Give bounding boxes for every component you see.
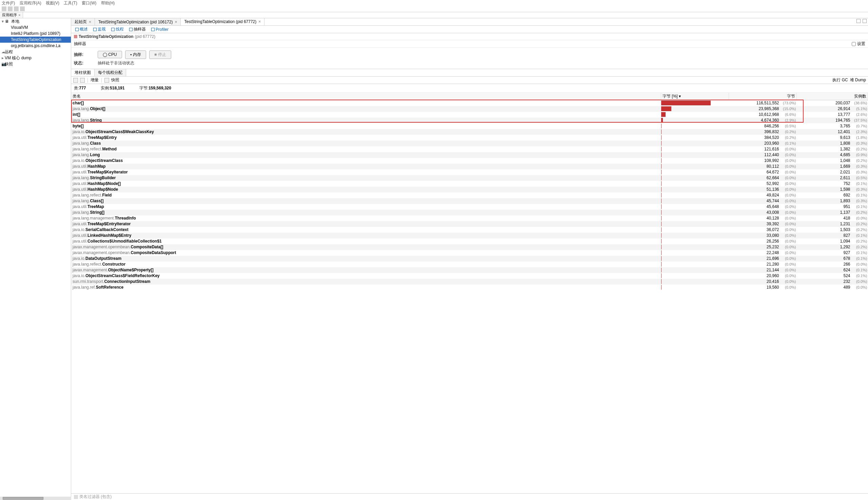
table-row[interactable]: javax.management.ObjectName$Property[]21… — [71, 267, 868, 273]
filter-bar[interactable]: 类名过滤器 (包含) — [71, 493, 868, 500]
table-row[interactable]: java.io.ObjectStreamClass$FieldReflector… — [71, 273, 868, 279]
table-row[interactable]: java.util.HashMap$Node[]52,992(0.0%)752(… — [71, 181, 868, 187]
table-row[interactable]: java.util.TreeMap$Entry384,520(0.2%)9,61… — [71, 135, 868, 140]
sampler-icon — [129, 28, 133, 31]
pause-icon[interactable] — [80, 78, 85, 83]
table-row[interactable]: java.io.SerialCallbackContext36,072(0.0%… — [71, 227, 868, 233]
table-row[interactable]: java.io.ObjectStreamClass108,992(0.0%)1,… — [71, 158, 868, 163]
tree-visualvm[interactable]: VisualVM — [0, 24, 71, 31]
table-row[interactable]: int[]10,612,968(6.6%)13,777(2.6%) — [71, 112, 868, 117]
tab-process-67772[interactable]: TestStringTableOptimization (pid 67772)× — [181, 18, 265, 25]
menu-help[interactable]: 帮助(H) — [101, 1, 115, 5]
bytes-pct-bar — [661, 135, 729, 140]
subnav-profiler[interactable]: Profiler — [149, 27, 170, 32]
close-icon[interactable]: × — [175, 20, 177, 24]
tab-startpage[interactable]: 起始页× — [71, 18, 95, 25]
toolbar-icon[interactable] — [20, 7, 25, 11]
workspace: ▾🖥 本地 VisualVM IntelliJ Platform (pid 10… — [0, 18, 868, 500]
table-row[interactable]: java.lang.reflect.Method121,616(0.0%)1,3… — [71, 146, 868, 152]
subnav-threads[interactable]: 线程 — [109, 26, 126, 33]
delta-button[interactable]: 增量 — [90, 77, 99, 83]
toolbar-icon[interactable] — [8, 7, 13, 11]
cpu-button[interactable]: ◯ CPU — [98, 51, 122, 58]
table-row[interactable]: java.lang.Class[]45,744(0.0%)1,893(0.3%) — [71, 198, 868, 204]
table-row[interactable]: sun.rmi.transport.ConnectionInputStream2… — [71, 279, 868, 285]
tree-local[interactable]: ▾🖥 本地 — [0, 18, 71, 24]
table-row[interactable]: java.lang.Long112,440(0.0%)4,685(0.9%) — [71, 152, 868, 158]
table-row[interactable]: java.lang.Object[]23,985,368(15.0%)26,91… — [71, 106, 868, 112]
table-row[interactable]: java.util.TreeMap$EntryIterator39,392(0.… — [71, 221, 868, 227]
min-icon[interactable] — [856, 19, 860, 23]
table-row[interactable]: java.lang.StringBuilder62,664(0.0%)2,611… — [71, 175, 868, 181]
tree-remote[interactable]: ☁远程 — [0, 49, 71, 55]
close-icon[interactable]: × — [89, 20, 91, 24]
bytes-cell: 51,136(0.0%) — [729, 187, 797, 192]
table-row[interactable]: java.lang.Class203,960(0.1%)1,808(0.3%) — [71, 140, 868, 146]
table-row[interactable]: java.util.HashMap$Node51,136(0.0%)1,598(… — [71, 187, 868, 192]
heapdump-button[interactable]: 堆 Dump — [850, 77, 866, 83]
table-row[interactable]: java.lang.String[]43,008(0.0%)1,137(0.2%… — [71, 210, 868, 215]
table-row[interactable]: javax.management.openmbean.CompositeData… — [71, 250, 868, 256]
instances-cell: 2,611(0.5%) — [797, 175, 868, 181]
gc-button[interactable]: 执行 GC — [832, 77, 848, 83]
tree-snapshots[interactable]: 📷快照 — [0, 61, 71, 67]
settings-checkbox[interactable]: 设置 — [852, 41, 865, 47]
table-row[interactable]: java.lang.String4,674,360(2.9%)194,765(3… — [71, 117, 868, 123]
col-bytes[interactable]: 字节 — [729, 93, 797, 100]
bytes-cell: 10,612,968(6.6%) — [729, 112, 797, 117]
app-tab-label: 应用程序 — [2, 12, 17, 18]
table-row[interactable]: byte[]846,256(0.5%)3,765(0.7%) — [71, 123, 868, 129]
table-row[interactable]: java.util.LinkedHashMap$Entry33,080(0.0%… — [71, 233, 868, 238]
menu-tools[interactable]: 工具(T) — [64, 1, 77, 5]
table-row[interactable]: java.util.Collections$UnmodifiableCollec… — [71, 238, 868, 244]
histogram-table-wrap[interactable]: 类名 字节 [%] ▾ 字节 实例数 char[]116,511,552(73.… — [71, 93, 868, 493]
bytes-cell: 846,256(0.5%) — [729, 123, 797, 129]
app-tab-applications[interactable]: 应用程序 × — [0, 12, 23, 18]
table-row[interactable]: java.lang.reflect.Field49,824(0.0%)692(0… — [71, 192, 868, 198]
table-row[interactable]: java.lang.management.ThreadInfo40,128(0.… — [71, 215, 868, 221]
memory-button[interactable]: ▪ 内存 — [125, 50, 146, 59]
bytes-pct-bar — [661, 204, 729, 210]
max-icon[interactable] — [863, 19, 867, 23]
table-row[interactable]: java.lang.reflect.Constructor21,280(0.0%… — [71, 262, 868, 267]
instances-cell: 1,137(0.2%) — [797, 210, 868, 215]
tree-selected-app[interactable]: TestStringTableOptimization — [0, 37, 71, 43]
instances-cell: 200,037(38.6%) — [797, 100, 868, 106]
sidebar-scroll-h[interactable] — [0, 497, 71, 500]
table-row[interactable]: java.io.DataOutputStream21,696(0.0%)678(… — [71, 256, 868, 262]
class-name-cell: byte[] — [71, 123, 661, 129]
col-bytepct[interactable]: 字节 [%] ▾ — [661, 93, 729, 100]
menu-view[interactable]: 视图(V) — [46, 1, 59, 5]
subnav-overview[interactable]: 概述 — [73, 26, 90, 33]
col-classname[interactable]: 类名 — [71, 93, 661, 100]
close-icon[interactable]: × — [18, 13, 21, 17]
subnav-monitor[interactable]: 监视 — [91, 26, 108, 33]
table-row[interactable]: java.util.HashMap80,112(0.0%)1,669(0.3%) — [71, 163, 868, 169]
tree-jps[interactable]: org.jetbrains.jps.cmdline.La — [0, 43, 71, 49]
tab-process-106172[interactable]: TestStringTableOptimization (pid 106172)… — [95, 18, 181, 25]
table-row[interactable]: java.io.ObjectStreamClass$WeakClassKey39… — [71, 129, 868, 135]
snap-icon[interactable] — [104, 78, 109, 83]
toolbar-icon[interactable] — [2, 7, 7, 11]
close-icon[interactable]: × — [258, 19, 261, 24]
tab-heap-histogram[interactable]: 堆柱状图 — [71, 69, 94, 76]
table-row[interactable]: java.lang.ref.SoftReference19,560(0.0%)4… — [71, 285, 868, 290]
tree-vmdump[interactable]: ▸VM 核心 dump — [0, 55, 71, 61]
col-instances[interactable]: 实例数 — [797, 93, 868, 100]
tab-per-thread[interactable]: 每个线程分配 — [94, 69, 126, 76]
subnav-sampler[interactable]: 抽样器 — [127, 26, 148, 33]
snapshot-button[interactable]: 快照 — [111, 77, 119, 83]
tree-intellij[interactable]: IntelliJ Platform (pid 10897) — [0, 31, 71, 37]
table-row[interactable]: java.util.TreeMap$KeyIterator64,672(0.0%… — [71, 169, 868, 175]
bytes-pct-bar — [661, 267, 729, 273]
monitor-icon — [93, 28, 97, 31]
toolbar-icon[interactable] — [14, 7, 19, 11]
menu-file[interactable]: 文件(F) — [2, 1, 15, 5]
table-row[interactable]: java.util.TreeMap45,648(0.0%)951(0.1%) — [71, 204, 868, 210]
refresh-icon[interactable] — [73, 78, 78, 83]
menu-app[interactable]: 应用程序(A) — [20, 1, 41, 5]
menu-window[interactable]: 窗口(W) — [82, 1, 96, 5]
stop-button[interactable]: ■ 停止 — [149, 50, 171, 59]
table-row[interactable]: javax.management.openmbean.CompositeData… — [71, 244, 868, 250]
table-row[interactable]: char[]116,511,552(73.0%)200,037(38.6%) — [71, 100, 868, 106]
